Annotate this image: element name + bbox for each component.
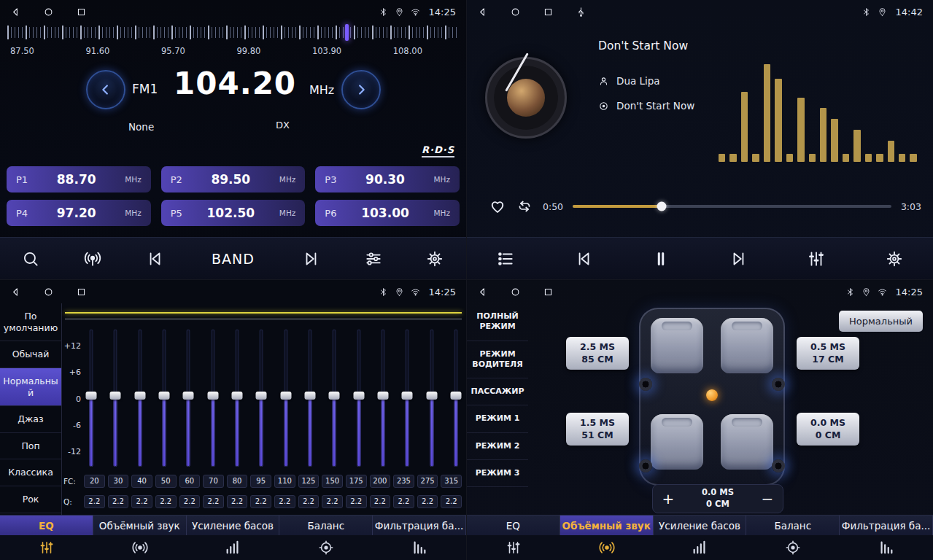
pause-icon[interactable]	[651, 249, 670, 268]
bass-boost-icon[interactable]	[654, 535, 747, 560]
preset-button-p6[interactable]: P6 103.00 MHz	[315, 200, 460, 226]
eq-band-slider[interactable]	[254, 330, 268, 467]
eq-band-slider[interactable]	[425, 330, 439, 467]
eq-slider-knob[interactable]	[280, 392, 291, 400]
front-right-delay-button[interactable]: 0.5 MS 17 CM	[797, 337, 859, 370]
eq-band-slider[interactable]	[400, 330, 414, 467]
eq-band-slider[interactable]	[157, 330, 171, 467]
balance-icon[interactable]	[746, 535, 840, 560]
eq-slider-knob[interactable]	[353, 392, 364, 400]
eq-slider-knob[interactable]	[426, 392, 437, 400]
eq-band-slider[interactable]	[303, 330, 317, 467]
eq-preset-custom[interactable]: Обычай	[0, 341, 61, 368]
scan-icon[interactable]	[21, 249, 40, 268]
progress-bar[interactable]	[573, 205, 891, 208]
back-icon[interactable]	[477, 287, 488, 298]
tune-up-button[interactable]	[341, 70, 381, 109]
preset-button-p2[interactable]: P2 89.50 MHz	[161, 166, 306, 192]
broadcast-icon[interactable]	[83, 249, 102, 268]
eq-slider-knob[interactable]	[183, 392, 194, 400]
rear-right-delay-button[interactable]: 0.0 MS 0 CM	[797, 413, 859, 446]
mode-full[interactable]: ПОЛНЫЙ РЕЖИМ	[467, 303, 528, 341]
home-icon[interactable]	[510, 7, 521, 18]
tab-filter[interactable]: Фильтрация ба...	[373, 516, 466, 535]
eq-band-slider[interactable]	[181, 330, 195, 467]
previous-track-icon[interactable]	[574, 249, 593, 268]
mode-passenger[interactable]: ПАССАЖИР	[467, 378, 528, 405]
rear-left-delay-button[interactable]: 1.5 MS 51 CM	[566, 413, 629, 446]
eq-faders-icon[interactable]	[467, 535, 560, 560]
settings-gear-icon[interactable]	[885, 249, 904, 268]
tab-surround-sound[interactable]: Объёмный звук	[93, 516, 187, 535]
frequency-scale[interactable]: 87.50 91.60 95.70 99.80 103.90 108.00	[0, 24, 466, 62]
preset-button-p5[interactable]: P5 102.50 MHz	[161, 200, 306, 226]
next-track-icon[interactable]	[729, 249, 748, 268]
home-icon[interactable]	[43, 287, 54, 298]
eq-preset-rock[interactable]: Рок	[0, 486, 61, 513]
eq-preset-normal[interactable]: Нормальный	[0, 368, 61, 406]
tab-filter[interactable]: Фильтрация ба...	[840, 516, 933, 535]
eq-preset-default[interactable]: По умолчанию	[0, 303, 61, 341]
eq-band-slider[interactable]	[352, 330, 366, 467]
recents-icon[interactable]	[76, 287, 87, 298]
settings-gear-icon[interactable]	[425, 249, 444, 268]
crossover-filter-icon[interactable]	[840, 535, 933, 560]
eq-slider-knob[interactable]	[329, 392, 340, 400]
front-left-delay-button[interactable]: 2.5 MS 85 CM	[566, 337, 629, 370]
eq-band-slider[interactable]	[84, 330, 98, 467]
tune-down-button[interactable]	[86, 70, 125, 109]
favorite-heart-icon[interactable]	[489, 198, 506, 215]
recents-icon[interactable]	[76, 7, 87, 18]
eq-slider-knob[interactable]	[304, 392, 315, 400]
mode-2[interactable]: РЕЖИМ 2	[467, 433, 528, 460]
eq-slider-knob[interactable]	[256, 392, 267, 400]
next-track-icon[interactable]	[302, 249, 321, 268]
eq-band-slider[interactable]	[327, 330, 341, 467]
progress-knob[interactable]	[657, 202, 667, 211]
tab-bass-boost[interactable]: Усиление басов	[654, 516, 747, 535]
home-icon[interactable]	[43, 7, 54, 18]
tab-eq[interactable]: EQ	[0, 516, 93, 535]
equalizer-icon[interactable]	[807, 249, 826, 268]
tab-balance[interactable]: Баланс	[279, 516, 373, 535]
balance-icon[interactable]	[279, 535, 373, 560]
eq-band-slider[interactable]	[279, 330, 293, 467]
eq-band-slider[interactable]	[108, 330, 123, 467]
mode-3[interactable]: РЕЖИМ 3	[467, 460, 528, 487]
surround-preset-button[interactable]: Нормальный	[839, 311, 923, 332]
eq-slider-knob[interactable]	[207, 392, 218, 400]
eq-slider-knob[interactable]	[134, 392, 145, 400]
delay-increase-button[interactable]: +	[657, 488, 679, 510]
eq-slider-knob[interactable]	[86, 392, 97, 400]
back-icon[interactable]	[10, 287, 21, 298]
mode-1[interactable]: РЕЖИМ 1	[467, 405, 528, 432]
crossover-filter-icon[interactable]	[373, 535, 466, 560]
eq-slider-knob[interactable]	[377, 392, 388, 400]
back-icon[interactable]	[10, 7, 21, 18]
mode-driver[interactable]: РЕЖИМ ВОДИТЕЛЯ	[467, 341, 528, 379]
tab-eq[interactable]: EQ	[467, 516, 560, 535]
tab-surround-sound[interactable]: Объёмный звук	[560, 516, 654, 535]
delay-decrease-button[interactable]: −	[756, 488, 778, 510]
eq-band-slider[interactable]	[206, 330, 220, 467]
surround-sound-icon[interactable]	[93, 535, 187, 560]
recents-icon[interactable]	[543, 287, 554, 298]
eq-preset-jazz[interactable]: Джаз	[0, 406, 61, 433]
home-icon[interactable]	[510, 287, 521, 298]
preset-button-p4[interactable]: P4 97.20 MHz	[7, 200, 151, 226]
eq-slider-knob[interactable]	[158, 392, 169, 400]
previous-track-icon[interactable]	[145, 249, 164, 268]
eq-slider-knob[interactable]	[402, 392, 413, 400]
eq-band-slider[interactable]	[230, 330, 244, 467]
eq-preset-classic[interactable]: Классика	[0, 459, 61, 486]
band-button[interactable]: BAND	[207, 250, 259, 268]
eq-faders-icon[interactable]	[0, 535, 93, 560]
repeat-icon[interactable]	[516, 198, 533, 215]
preset-button-p3[interactable]: P3 90.30 MHz	[315, 166, 460, 192]
tab-bass-boost[interactable]: Усиление басов	[187, 516, 280, 535]
recents-icon[interactable]	[543, 7, 554, 18]
eq-slider-knob[interactable]	[110, 392, 121, 400]
tab-balance[interactable]: Баланс	[746, 516, 840, 535]
eq-preset-pop[interactable]: Поп	[0, 433, 61, 460]
playlist-icon[interactable]	[496, 249, 515, 268]
